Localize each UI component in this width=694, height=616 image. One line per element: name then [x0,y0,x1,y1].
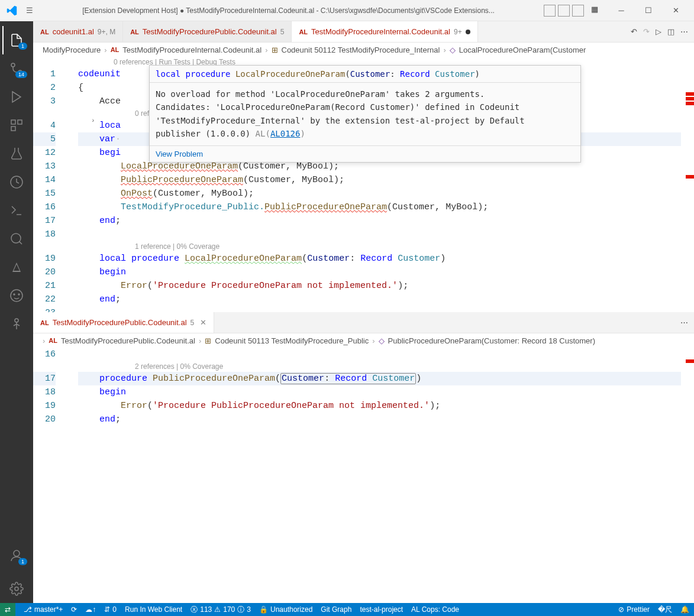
git-branch[interactable]: ⎇ master*+ [24,605,63,614]
minimap[interactable] [681,348,694,603]
cloud-upload-icon[interactable]: ☁↑ [85,605,96,614]
layout-left-icon[interactable] [544,5,556,17]
go-forward-icon[interactable]: ↷ [643,27,650,36]
run-icon[interactable]: ▷ [656,27,661,36]
svg-marker-2 [12,92,21,102]
tab-internal[interactable]: AL TestModifyProcedureInternal.Codeunit.… [292,21,477,42]
remote-indicator[interactable]: ⇄ [0,603,15,616]
layout-right-icon[interactable] [572,5,584,17]
sync-icon[interactable]: ⟳ [71,605,77,614]
scm-badge: 14 [15,71,27,78]
breadcrumb-method[interactable]: PublicProcedureOneParam(Customer: Record… [388,336,595,345]
auth-status[interactable]: 🔒 Unauthorized [259,605,312,614]
accounts-icon[interactable]: 1 [2,542,31,570]
symbol-method-icon: ◇ [379,336,385,345]
explorer-icon[interactable]: 1 [2,26,31,54]
feedback-icon[interactable]: �尺 [658,605,672,615]
al-icon: AL [40,319,49,326]
svg-point-11 [14,294,15,295]
breadcrumb-symbol[interactable]: Codeunit 50113 TestModifyProcedure_Publi… [215,336,369,345]
editor-tabs-bottom: AL TestModifyProcedurePublic.Codeunit.al… [33,312,694,333]
terminal-icon[interactable] [2,196,31,225]
minimap[interactable] [681,57,694,312]
view-problem-link[interactable]: View Problem [150,145,580,162]
more-actions-icon[interactable]: ⋯ [680,27,688,36]
symbol-class-icon: ⊞ [205,336,211,345]
al-icon: AL [49,337,57,344]
snyk-icon[interactable] [2,281,31,310]
go-back-icon[interactable]: ↶ [631,27,637,36]
timeline-icon[interactable] [2,168,31,196]
problems[interactable]: ⓧ 113 ⚠ 170 ⓘ 3 [191,605,251,615]
status-bar: ⇄ ⎇ master*+ ⟳ ☁↑ ⇵ 0 Run In Web Client … [0,603,694,616]
codelens[interactable]: 1 reference | 0% Coverage [78,241,681,252]
title-bar: ☰ [Extension Development Host] ● TestMod… [0,0,694,21]
code-editor-top[interactable]: 1 2 3 4 5 12 13 14 15 16 17 18 19 20 21 … [33,57,694,312]
accounts-badge: 1 [18,558,27,565]
breadcrumb-symbol[interactable]: Codeunit 50112 TestModifyProcedure_Inter… [282,46,440,54]
al-project[interactable]: test-al-project [360,605,403,614]
codelens[interactable]: 2 references | 0% Coverage [78,361,681,372]
window-title: [Extension Development Host] ● TestModif… [33,7,544,15]
breadcrumb-method[interactable]: LocalProcedureOneParam(Customer [459,46,586,54]
code-editor-bottom[interactable]: 16 17 18 19 20 2 references | 0% Coverag… [33,348,694,603]
close-window-button[interactable]: ✕ [662,0,689,21]
svg-point-0 [11,63,15,67]
more-actions-icon[interactable]: ⋯ [680,318,688,327]
tab-codeunit1[interactable]: AL codeunit1.al 9+, M [33,21,123,42]
minimize-button[interactable]: ─ [608,0,635,21]
bottom-tab-public[interactable]: AL TestModifyProcedurePublic.Codeunit.al… [33,312,214,333]
svg-point-12 [18,294,20,295]
vscode-logo-icon [5,4,19,18]
split-editor-icon[interactable]: ◫ [667,27,674,36]
svg-point-14 [14,550,20,556]
svg-point-13 [15,319,18,322]
layout-controls: ▦ [544,5,603,17]
activity-bar: 1 14 [0,21,33,603]
run-debug-icon[interactable] [2,83,31,111]
source-control-icon[interactable]: 14 [2,54,31,83]
ports[interactable]: ⇵ 0 [104,605,117,614]
svg-line-9 [20,242,22,244]
svg-point-15 [15,587,18,591]
menu-icon[interactable]: ☰ [26,6,33,15]
breadcrumb-top[interactable]: ModifyProcedure › AL TestModifyProcedure… [33,43,694,57]
svg-point-10 [11,290,22,301]
maximize-button[interactable]: ☐ [635,0,662,21]
tab-public[interactable]: AL TestModifyProcedurePublic.Codeunit.al… [123,21,292,42]
search-icon[interactable] [2,225,31,253]
svg-point-8 [11,234,21,243]
explorer-badge: 1 [18,43,27,50]
prettier-status[interactable]: ⊘ Prettier [618,605,650,615]
al-icon: AL [111,46,120,53]
symbol-class-icon: ⊞ [272,46,278,54]
customize-layout-icon[interactable]: ▦ [591,5,603,17]
fold-icon[interactable]: › [91,117,95,124]
svg-rect-3 [11,120,15,124]
editor-tabs-top: AL codeunit1.al 9+, M AL TestModifyProce… [33,21,694,43]
gitlens-icon[interactable] [2,310,31,338]
extensions-icon[interactable] [2,111,31,140]
close-tab-icon[interactable]: ✕ [200,318,206,327]
al-icon: AL [130,28,139,35]
dirty-indicator-icon [466,30,470,34]
run-in-web-client[interactable]: Run In Web Client [125,605,182,614]
testing-icon[interactable] [2,140,31,168]
layout-bottom-icon[interactable] [558,5,570,17]
azure-icon[interactable] [2,253,31,281]
hover-tooltip: local procedure LocalProcedureOneParam(C… [149,65,581,163]
error-code-link[interactable]: AL0126 [270,129,301,138]
notifications-icon[interactable]: 🔔 [680,605,689,615]
breadcrumb-bottom[interactable]: › AL TestModifyProcedurePublic.Codeunit.… [33,333,694,348]
breadcrumb-folder[interactable]: ModifyProcedure [43,46,101,54]
symbol-method-icon: ◇ [450,46,456,54]
al-icon: AL [299,28,308,35]
breadcrumb-file[interactable]: TestModifyProcedurePublic.Codeunit.al [61,336,195,345]
settings-gear-icon[interactable] [2,575,31,603]
svg-rect-4 [18,120,22,124]
git-graph[interactable]: Git Graph [321,605,351,614]
al-cops[interactable]: AL Cops: Code [411,605,459,614]
svg-rect-5 [11,127,15,131]
breadcrumb-file[interactable]: TestModifyProcedureInternal.Codeunit.al [122,46,262,54]
al-icon: AL [40,28,49,35]
